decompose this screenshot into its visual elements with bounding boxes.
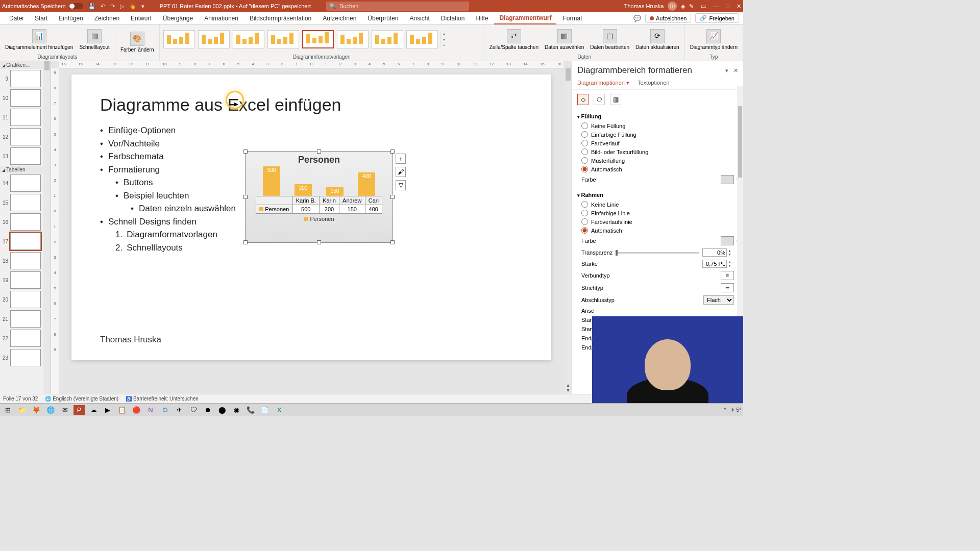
- pane-scroll-handle[interactable]: [738, 106, 742, 178]
- firefox-icon[interactable]: 🦊: [31, 405, 42, 415]
- tab-datei[interactable]: Datei: [4, 13, 29, 24]
- tab-start[interactable]: Start: [30, 13, 53, 24]
- pen-icon[interactable]: ✎: [689, 3, 694, 10]
- chart-options-tab[interactable]: Diagrammoptionen ▾: [577, 80, 629, 86]
- chart-style-4[interactable]: [267, 30, 299, 48]
- chart-filter-button[interactable]: ▽: [396, 180, 406, 190]
- size-props-icon[interactable]: ▥: [610, 94, 621, 105]
- app-icon-7[interactable]: ◉: [231, 405, 242, 415]
- styles-more-button[interactable]: ▴▾▪: [440, 32, 448, 47]
- outlook-icon[interactable]: ✉: [59, 405, 70, 415]
- tab-uebergaenge[interactable]: Übergänge: [158, 13, 198, 24]
- search-box[interactable]: 🔍 Suchen: [326, 2, 469, 11]
- toggle-switch[interactable]: [69, 3, 83, 9]
- explorer-icon[interactable]: 📁: [16, 405, 28, 415]
- tab-einfuegen[interactable]: Einfügen: [54, 13, 88, 24]
- chart-style-8[interactable]: [406, 30, 438, 48]
- chart-style-7[interactable]: [372, 30, 403, 48]
- tab-zeichnen[interactable]: Zeichnen: [89, 13, 125, 24]
- resize-handle-sw[interactable]: [243, 240, 248, 244]
- system-tray[interactable]: ^ ☀ 5°: [724, 407, 741, 413]
- diamond-icon[interactable]: ◈: [681, 3, 685, 10]
- telegram-icon[interactable]: ✈: [174, 405, 185, 415]
- tab-hilfe[interactable]: Hilfe: [471, 13, 493, 24]
- fill-pattern-radio[interactable]: Musterfüllung: [577, 156, 738, 165]
- border-color-button[interactable]: [721, 236, 734, 245]
- tab-ansicht[interactable]: Ansicht: [404, 13, 434, 24]
- border-auto-radio[interactable]: Automatisch: [577, 226, 738, 235]
- chart-bar[interactable]: 500: [263, 166, 280, 196]
- tab-diagrammentwurf[interactable]: Diagrammentwurf: [494, 12, 556, 24]
- spin-up[interactable]: ▲: [728, 260, 734, 264]
- fill-color-button[interactable]: [721, 175, 734, 184]
- autosave-toggle[interactable]: Automatisches Speichern: [2, 3, 83, 9]
- chart-style-3[interactable]: [233, 30, 264, 48]
- canvas-scrollbar[interactable]: ▲▼⏮⏭: [565, 68, 572, 403]
- compound-type-button[interactable]: ≡: [721, 271, 734, 280]
- vlc-icon[interactable]: ▶: [102, 405, 113, 415]
- tray-chevron-icon[interactable]: ^: [724, 407, 726, 413]
- qat-more-icon[interactable]: ▾: [141, 3, 144, 10]
- pane-close-icon[interactable]: ✕: [733, 67, 738, 74]
- scroll-up-icon[interactable]: ▲: [565, 383, 572, 388]
- swap-row-col-button[interactable]: ⇄Zeile/Spalte tauschen: [487, 28, 541, 51]
- fill-auto-radio[interactable]: Automatisch: [577, 165, 738, 173]
- scroll-down-icon[interactable]: ▼: [565, 388, 572, 393]
- effects-icon[interactable]: ⬠: [594, 94, 605, 105]
- thumbs-scrollbar[interactable]: [43, 61, 51, 403]
- add-chart-element-button[interactable]: 📊Diagrammelement hinzufügen: [3, 28, 75, 51]
- tab-ueberpruefen[interactable]: Überprüfen: [362, 13, 403, 24]
- fill-gradient-radio[interactable]: Farbverlauf: [577, 139, 738, 147]
- redo-icon[interactable]: ↷: [110, 3, 115, 10]
- fill-picture-radio[interactable]: Bild- oder Texturfüllung: [577, 147, 738, 156]
- spin-down[interactable]: ▼: [728, 253, 734, 256]
- onenote-icon[interactable]: N: [145, 405, 156, 415]
- resize-handle-e[interactable]: [390, 195, 395, 199]
- refresh-data-button[interactable]: ⟳Daten aktualisieren: [633, 28, 681, 51]
- weather-widget[interactable]: ☀ 5°: [730, 407, 741, 413]
- tab-aufzeichnen[interactable]: Aufzeichnen: [317, 13, 361, 24]
- change-colors-button[interactable]: 🎨Farben ändern: [118, 31, 156, 54]
- chart-elements-button[interactable]: ＋: [396, 154, 406, 164]
- resize-handle-se[interactable]: [390, 240, 395, 244]
- accessibility-status[interactable]: ♿ Barrierefreiheit: Untersuchen: [126, 396, 199, 402]
- start-button[interactable]: ⊞: [2, 405, 13, 415]
- tab-dictation[interactable]: Dictation: [436, 13, 470, 24]
- slideshow-icon[interactable]: ▷: [120, 3, 124, 10]
- minimize-icon[interactable]: —: [713, 3, 719, 10]
- fill-none-radio[interactable]: Keine Füllung: [577, 121, 738, 130]
- edit-data-button[interactable]: ▤Daten bearbeiten: [588, 28, 631, 51]
- spin-down[interactable]: ▼: [728, 264, 734, 267]
- powerpoint-icon[interactable]: P: [74, 405, 85, 415]
- app-icon-5[interactable]: ⏺: [202, 405, 213, 415]
- excel-icon[interactable]: X: [274, 405, 285, 415]
- document-title[interactable]: PPT 01 Roter Faden 002.pptx • Auf "diese…: [160, 3, 311, 9]
- chart-style-6[interactable]: [337, 30, 369, 48]
- spin-up[interactable]: ▲: [728, 249, 734, 253]
- text-options-tab[interactable]: Textoptionen: [638, 80, 669, 86]
- dash-type-button[interactable]: ━: [721, 283, 734, 292]
- tab-animationen[interactable]: Animationen: [199, 13, 243, 24]
- transparency-slider[interactable]: [616, 252, 699, 254]
- maximize-icon[interactable]: □: [726, 3, 729, 10]
- fill-solid-radio[interactable]: Einfarbige Füllung: [577, 130, 738, 139]
- resize-handle-n[interactable]: [317, 149, 321, 154]
- chart-style-2[interactable]: [198, 30, 230, 48]
- app-icon-8[interactable]: 📞: [245, 405, 256, 415]
- cap-type-select[interactable]: Flach: [703, 295, 734, 305]
- resize-handle-w[interactable]: [243, 195, 248, 199]
- border-solid-radio[interactable]: Einfarbige Linie: [577, 209, 738, 217]
- app-icon-4[interactable]: 🛡: [188, 405, 199, 415]
- close-icon[interactable]: ✕: [737, 3, 741, 10]
- slide-content[interactable]: ➤ Diagramme aus Excel einfügen Einfüge-O…: [71, 74, 551, 360]
- record-button[interactable]: Aufzeichnen: [645, 14, 692, 23]
- app-icon-9[interactable]: 📄: [259, 405, 271, 415]
- chart-bar[interactable]: 200: [295, 184, 312, 196]
- pane-dropdown-icon[interactable]: ▾: [725, 67, 728, 74]
- chart-object[interactable]: ＋ 🖌 ▽ Personen 500200150400 Karin B.Kari…: [245, 151, 393, 243]
- transparency-input[interactable]: [702, 248, 727, 257]
- fill-section-header[interactable]: Füllung: [577, 111, 738, 121]
- border-gradient-radio[interactable]: Farbverlaufslinie: [577, 217, 738, 226]
- app-icon-2[interactable]: 📋: [116, 405, 128, 415]
- undo-icon[interactable]: ↶: [101, 3, 105, 10]
